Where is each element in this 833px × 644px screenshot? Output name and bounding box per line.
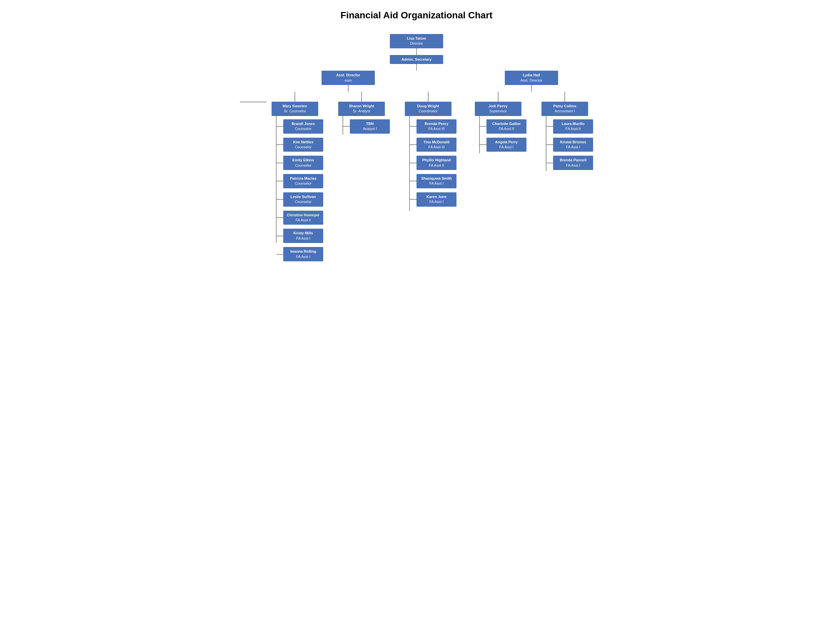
sharon-wright-box: Sharon Wright Sr. Analyst: [338, 101, 385, 116]
emily-elkins-box: Emily Elkins Counselor: [283, 156, 323, 170]
laura-murillo-box: Laura Murillo FA Asst II: [553, 119, 593, 134]
christine-homeyer-box: Christine Homeyer FA Asst II: [283, 211, 323, 225]
phyllis-highland-box: Phyllis Highland FA Asst II: [416, 156, 457, 170]
leslie-sullivan-box: Leslie Sullivan Counselor: [283, 192, 323, 207]
lydia-hall-box: Lydia Hall Asst. Director: [505, 71, 558, 85]
patsy-collins-box: Patsy Collins Accountant I: [542, 101, 588, 116]
shaniquwa-smith-box: Shaniquwa Smith FA Asst I: [416, 174, 457, 188]
admin-box: Admin. Secretary: [390, 55, 443, 64]
director-box: Lisa Tatom Director: [390, 34, 443, 48]
admin-node: Admin. Secretary: [390, 55, 443, 71]
angela-perry-box: Angela Perry FA Asst I: [486, 138, 526, 152]
tbn-box: TBN Analyst I: [350, 119, 390, 134]
doug-wright-box: Doug Wright Coordinator: [405, 101, 452, 116]
brenda-pannell-box: Brenda Pannell FA Asst I: [553, 156, 593, 170]
brandi-jones-box: Brandi Jones Counselor: [283, 119, 323, 134]
page-title: Financial Aid Organizational Chart: [6, 10, 827, 21]
iwanna-rolling-box: Iwanna Rolling FA Asst I: [283, 247, 323, 261]
kristal-briones-box: Kristal Briones FA Asst I: [553, 138, 593, 152]
patricia-macias-box: Patricia Macias Counselor: [283, 174, 323, 188]
charlotte-gallier-box: Charlotte Gallier FA Asst II: [486, 119, 526, 134]
brenda-peery-box: Brenda Peery FA Asst III: [416, 119, 457, 134]
director-node: Lisa Tatom Director: [390, 34, 443, 55]
tina-mcdonald-box: Tina McDonald FA Asst III: [416, 138, 457, 152]
kristy-mills-box: Kristy Mills FA Asst I: [283, 229, 323, 243]
karen-june-box: Karen June FA Asst I: [416, 192, 457, 207]
asst-director-left-box: Asst. Director eam: [322, 71, 375, 85]
jodi-peevy-box: Jodi Peevy Supervisor: [475, 101, 521, 116]
org-chart: Lisa Tatom Director Admin. Secretary Ass…: [6, 34, 827, 261]
mary-sweeten-box: Mary Sweeten Sr. Counselor: [272, 101, 318, 116]
kim-nettles-box: Kim Nettles Counselor: [283, 138, 323, 152]
